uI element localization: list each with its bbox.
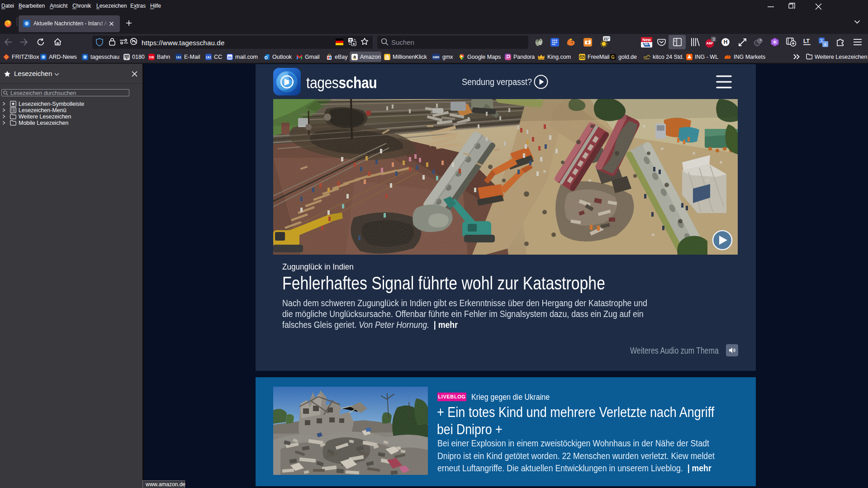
svg-text:ABP: ABP [707, 42, 713, 45]
svg-text:1&1: 1&1 [176, 56, 181, 59]
svg-text:a: a [824, 42, 826, 47]
svg-text:21°: 21° [604, 37, 610, 41]
svg-text:G: G [611, 55, 615, 60]
svg-text:DB: DB [149, 55, 154, 59]
svg-text:m: m [228, 55, 232, 60]
svg-text:New: New [642, 38, 651, 42]
svg-text:3: 3 [712, 37, 715, 42]
svg-text:a: a [353, 54, 356, 59]
svg-text:LT: LT [803, 38, 810, 44]
svg-text:1&1: 1&1 [206, 56, 211, 59]
svg-text:H: H [724, 39, 728, 45]
svg-text:GMX: GMX [433, 56, 440, 59]
